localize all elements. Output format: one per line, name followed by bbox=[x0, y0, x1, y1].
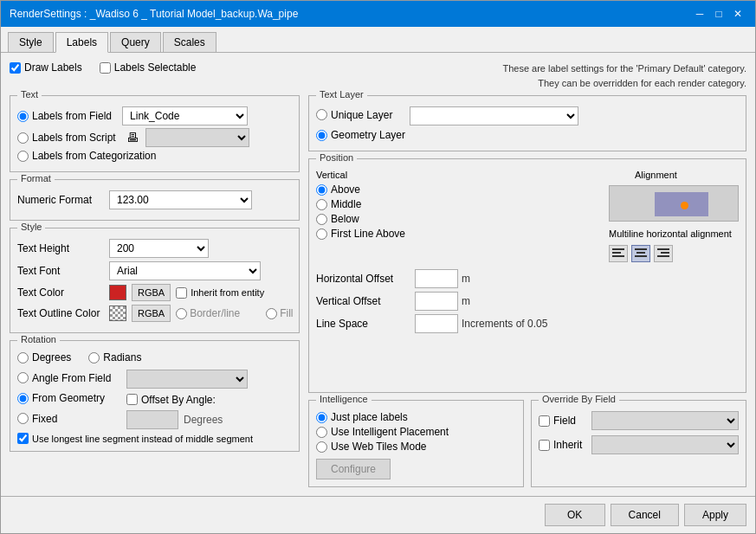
from-geometry-option[interactable]: From Geometry bbox=[17, 392, 121, 404]
use-longest-checkbox[interactable] bbox=[17, 433, 29, 444]
unique-layer-option[interactable]: Unique Layer bbox=[316, 109, 403, 121]
inherit-override-input[interactable] bbox=[539, 440, 550, 451]
draw-labels-input[interactable] bbox=[10, 62, 21, 74]
angle-field-select[interactable] bbox=[126, 370, 248, 389]
rotation-group: Rotation Degrees Radians bbox=[10, 340, 300, 452]
text-font-select[interactable]: Arial bbox=[109, 261, 261, 280]
svg-rect-5 bbox=[635, 255, 647, 257]
unique-layer-select[interactable] bbox=[410, 106, 578, 125]
style-group: Style Text Height 200 Text Font Arial bbox=[10, 228, 300, 333]
vertical-label: Vertical bbox=[316, 170, 600, 180]
inherit-override-checkbox[interactable]: Inherit bbox=[539, 439, 586, 451]
draw-labels-checkbox[interactable]: Draw Labels bbox=[10, 61, 82, 74]
svg-rect-8 bbox=[657, 255, 669, 257]
field-select[interactable]: Link_Code bbox=[122, 106, 248, 125]
first-line-above-option[interactable]: First Line Above bbox=[316, 228, 600, 240]
above-radio[interactable] bbox=[316, 184, 327, 196]
field-override-select[interactable] bbox=[591, 411, 739, 430]
line-space-label: Line Space bbox=[316, 318, 411, 330]
labels-selectable-input[interactable] bbox=[100, 62, 111, 74]
script-select[interactable] bbox=[145, 128, 249, 147]
inherit-checkbox[interactable]: Inherit from entity bbox=[176, 287, 264, 299]
align-left-button[interactable] bbox=[609, 245, 628, 262]
inherit-override-label: Inherit bbox=[553, 439, 582, 451]
cancel-button[interactable]: Cancel bbox=[611, 504, 679, 526]
just-place-option[interactable]: Just place labels bbox=[316, 411, 516, 423]
format-group-title: Format bbox=[17, 173, 55, 183]
web-tiles-option[interactable]: Use Web Tiles Mode bbox=[316, 441, 516, 453]
text-font-label: Text Font bbox=[17, 265, 104, 277]
outline-color-rgba-button[interactable]: RGBA bbox=[132, 305, 171, 322]
tab-labels[interactable]: Labels bbox=[55, 32, 108, 53]
angle-from-field-radio[interactable] bbox=[17, 372, 29, 383]
text-layer-group: Text Layer Unique Layer bbox=[308, 95, 746, 151]
geometry-layer-option[interactable]: Geometry Layer bbox=[316, 129, 405, 141]
text-group: Text Labels from Field Link_Code bbox=[10, 95, 300, 172]
script-icon: 🖶 bbox=[126, 131, 139, 145]
labels-from-field-radio[interactable] bbox=[17, 111, 29, 122]
field-checkbox[interactable]: Field bbox=[539, 415, 586, 427]
below-radio[interactable] bbox=[316, 214, 327, 225]
degrees-radio[interactable] bbox=[17, 352, 29, 364]
labels-from-categorization-radio[interactable] bbox=[17, 151, 29, 162]
align-center-button[interactable] bbox=[631, 245, 650, 262]
border-radio[interactable] bbox=[176, 308, 187, 319]
labels-from-script-radio[interactable] bbox=[17, 132, 29, 144]
tab-style[interactable]: Style bbox=[8, 32, 54, 52]
text-height-select[interactable]: 200 bbox=[109, 239, 209, 258]
title-bar: RenderSettings : _Wadiso 6 _ Tutorial Mo… bbox=[1, 1, 755, 27]
tab-scales[interactable]: Scales bbox=[163, 32, 216, 52]
above-label: Above bbox=[331, 183, 360, 196]
from-geometry-radio[interactable] bbox=[17, 393, 29, 404]
outline-color-swatch[interactable] bbox=[109, 306, 126, 321]
middle-option[interactable]: Middle bbox=[316, 198, 600, 210]
text-color-swatch[interactable] bbox=[109, 285, 126, 300]
fixed-radio[interactable] bbox=[17, 413, 29, 424]
intelligent-placement-option[interactable]: Use Intelligent Placement bbox=[316, 426, 516, 438]
radians-option[interactable]: Radians bbox=[88, 351, 141, 364]
fill-label: Fill bbox=[280, 307, 293, 319]
radians-radio[interactable] bbox=[88, 352, 100, 364]
numeric-format-select[interactable]: 123.00 bbox=[109, 190, 252, 209]
svg-rect-6 bbox=[657, 248, 669, 250]
offset-by-angle-input[interactable] bbox=[126, 394, 138, 405]
field-input[interactable] bbox=[539, 415, 550, 427]
svg-rect-2 bbox=[612, 255, 624, 257]
middle-label: Middle bbox=[331, 198, 361, 210]
unique-layer-radio[interactable] bbox=[316, 109, 327, 120]
inherit-override-select[interactable] bbox=[591, 435, 739, 454]
web-tiles-radio[interactable] bbox=[316, 441, 327, 453]
labels-selectable-checkbox[interactable]: Labels Selectable bbox=[100, 61, 197, 74]
angle-from-field-option[interactable]: Angle From Field bbox=[17, 372, 121, 384]
minimize-button[interactable]: ─ bbox=[691, 5, 708, 23]
fill-radio[interactable] bbox=[266, 308, 277, 319]
horizontal-offset-input[interactable]: 0 bbox=[415, 269, 458, 288]
geometry-layer-radio[interactable] bbox=[316, 130, 327, 141]
middle-radio[interactable] bbox=[316, 199, 327, 210]
first-line-above-radio[interactable] bbox=[316, 228, 327, 240]
labels-from-categorization-row[interactable]: Labels from Categorization bbox=[17, 150, 292, 162]
maximize-button[interactable]: □ bbox=[710, 5, 727, 23]
above-option[interactable]: Above bbox=[316, 183, 600, 196]
close-button[interactable]: ✕ bbox=[729, 5, 746, 23]
offset-by-angle-checkbox[interactable]: Offset By Angle: bbox=[126, 394, 216, 406]
below-option[interactable]: Below bbox=[316, 213, 600, 225]
inherit-input[interactable] bbox=[176, 287, 187, 299]
just-place-label: Just place labels bbox=[331, 411, 408, 423]
from-geometry-label: From Geometry bbox=[32, 392, 105, 404]
alignment-visual[interactable] bbox=[609, 185, 739, 222]
apply-button[interactable]: Apply bbox=[684, 504, 746, 526]
just-place-radio[interactable] bbox=[316, 412, 327, 423]
align-right-button[interactable] bbox=[654, 245, 673, 262]
tab-query[interactable]: Query bbox=[110, 32, 161, 52]
configure-button[interactable]: Configure bbox=[316, 459, 391, 479]
ok-button[interactable]: OK bbox=[545, 504, 605, 526]
fixed-value-input[interactable]: 0.00 bbox=[126, 410, 178, 429]
left-panel: Text Labels from Field Link_Code bbox=[10, 95, 300, 487]
intelligent-radio[interactable] bbox=[316, 427, 327, 438]
line-space-input[interactable]: 0 bbox=[415, 314, 458, 333]
fixed-option[interactable]: Fixed bbox=[17, 413, 121, 425]
vertical-offset-input[interactable]: 0.5 bbox=[415, 292, 458, 311]
degrees-option[interactable]: Degrees bbox=[17, 351, 71, 364]
text-color-rgba-button[interactable]: RGBA bbox=[132, 284, 171, 301]
